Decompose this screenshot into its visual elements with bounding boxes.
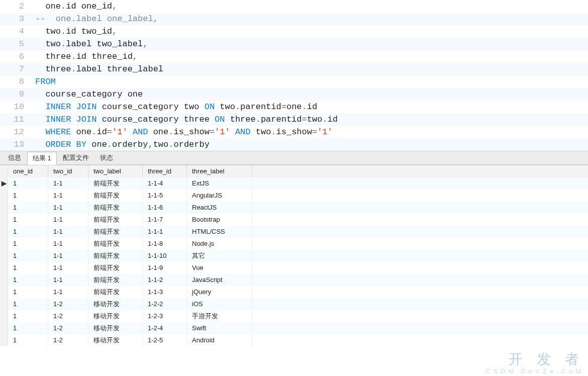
cell[interactable]: 1-1-5	[143, 190, 187, 202]
cell[interactable]: 其它	[187, 250, 252, 262]
column-header-three_id[interactable]: three_id	[143, 165, 187, 177]
table-row[interactable]: 11-1前端开发1-1-3jQuery	[0, 286, 588, 298]
cell[interactable]: 1	[8, 250, 48, 262]
code-content[interactable]: three.label three_label	[31, 63, 163, 75]
code-line[interactable]: 6 three.id three_id,	[0, 50, 588, 63]
cell[interactable]: 前端开发	[88, 190, 143, 202]
cell[interactable]: 前端开发	[88, 226, 143, 238]
cell[interactable]: 移动开发	[88, 322, 143, 334]
cell[interactable]: 1-2-3	[143, 310, 187, 322]
table-row[interactable]: 11-1前端开发1-1-8Node.js	[0, 238, 588, 250]
cell[interactable]: 前端开发	[88, 250, 143, 262]
cell[interactable]: 1-1	[48, 214, 88, 226]
tab-状态[interactable]: 状态	[95, 152, 118, 164]
code-line[interactable]: 13 ORDER BY one.orderby,two.orderby	[0, 138, 588, 151]
table-row[interactable]: 11-2移动开发1-2-3手游开发	[0, 310, 588, 322]
table-row[interactable]: 11-2移动开发1-2-2iOS	[0, 298, 588, 310]
cell[interactable]: 1-1	[48, 250, 88, 262]
cell[interactable]: 1	[8, 298, 48, 310]
cell[interactable]: Node.js	[187, 238, 252, 250]
cell[interactable]: 1-2	[48, 334, 88, 346]
cell[interactable]: 1	[8, 310, 48, 322]
cell[interactable]: 前端开发	[88, 238, 143, 250]
code-line[interactable]: 12 WHERE one.id='1' AND one.is_show='1' …	[0, 126, 588, 138]
cell[interactable]: 1-1-4	[143, 177, 187, 190]
cell[interactable]: 前端开发	[88, 202, 143, 214]
column-header-two_id[interactable]: two_id	[48, 165, 88, 177]
cell[interactable]: 1	[8, 238, 48, 250]
cell[interactable]: 1-2-5	[143, 334, 187, 346]
tab-结果 1[interactable]: 结果 1	[27, 152, 57, 165]
cell[interactable]: jQuery	[187, 286, 252, 298]
code-content[interactable]: INNER JOIN course_category three ON thre…	[31, 113, 338, 126]
cell[interactable]: 1-2-4	[143, 322, 187, 334]
cell[interactable]: 手游开发	[187, 310, 252, 322]
cell[interactable]: 移动开发	[88, 310, 143, 322]
cell[interactable]: 1	[8, 177, 48, 190]
cell[interactable]: ExtJS	[187, 177, 252, 190]
code-line[interactable]: 2 one.id one_id,	[0, 0, 588, 13]
cell[interactable]: 1-2	[48, 310, 88, 322]
table-row[interactable]: 11-2移动开发1-2-5Android	[0, 334, 588, 346]
code-content[interactable]: course_category one	[31, 88, 143, 101]
cell[interactable]: 1	[8, 226, 48, 238]
cell[interactable]: 1-1-1	[143, 226, 187, 238]
code-line[interactable]: 11 INNER JOIN course_category three ON t…	[0, 113, 588, 126]
cell[interactable]: 1	[8, 262, 48, 274]
code-content[interactable]: INNER JOIN course_category two ON two.pa…	[31, 101, 317, 113]
table-row[interactable]: 11-2移动开发1-2-4Swift	[0, 322, 588, 334]
code-content[interactable]: three.id three_id,	[31, 50, 138, 63]
code-content[interactable]: two.id two_id,	[31, 25, 117, 38]
cell[interactable]: 1-1	[48, 226, 88, 238]
cell[interactable]: 1-1	[48, 202, 88, 214]
column-header-three_label[interactable]: three_label	[187, 165, 252, 177]
cell[interactable]: 1	[8, 214, 48, 226]
tab-信息[interactable]: 信息	[3, 152, 26, 164]
cell[interactable]: Swift	[187, 322, 252, 334]
cell[interactable]: 1-1	[48, 190, 88, 202]
cell[interactable]: 1-2	[48, 322, 88, 334]
cell[interactable]: 1	[8, 190, 48, 202]
cell[interactable]: 1	[8, 286, 48, 298]
cell[interactable]: 前端开发	[88, 214, 143, 226]
table-row[interactable]: 11-1前端开发1-1-5AngularJS	[0, 190, 588, 202]
cell[interactable]: Android	[187, 334, 252, 346]
cell[interactable]: Bootstrap	[187, 214, 252, 226]
code-content[interactable]: FROM	[31, 75, 56, 88]
code-line[interactable]: 8FROM	[0, 75, 588, 88]
cell[interactable]: Vue	[187, 262, 252, 274]
cell[interactable]: 1-2-2	[143, 298, 187, 310]
code-content[interactable]: two.label two_label,	[31, 38, 148, 50]
column-header-two_label[interactable]: two_label	[88, 165, 143, 177]
cell[interactable]: AngularJS	[187, 190, 252, 202]
column-header-one_id[interactable]: one_id	[8, 165, 48, 177]
code-line[interactable]: 10 INNER JOIN course_category two ON two…	[0, 101, 588, 113]
cell[interactable]: 1-1-7	[143, 214, 187, 226]
code-content[interactable]: one.id one_id,	[31, 0, 117, 13]
code-line[interactable]: 5 two.label two_label,	[0, 38, 588, 50]
table-row[interactable]: 11-1前端开发1-1-10其它	[0, 250, 588, 262]
cell[interactable]: JavaScript	[187, 274, 252, 286]
cell[interactable]: 1-1	[48, 262, 88, 274]
tab-配置文件[interactable]: 配置文件	[58, 152, 94, 164]
cell[interactable]: 1-1-9	[143, 262, 187, 274]
cell[interactable]: 1-1	[48, 274, 88, 286]
cell[interactable]: 前端开发	[88, 274, 143, 286]
table-row[interactable]: 11-1前端开发1-1-7Bootstrap	[0, 214, 588, 226]
cell[interactable]: 1-1-6	[143, 202, 187, 214]
cell[interactable]: 1	[8, 274, 48, 286]
code-line[interactable]: 4 two.id two_id,	[0, 25, 588, 38]
table-row[interactable]: 11-1前端开发1-1-6ReactJS	[0, 202, 588, 214]
cell[interactable]: 1-1	[48, 177, 88, 190]
cell[interactable]: 1-1-8	[143, 238, 187, 250]
table-row[interactable]: 11-1前端开发1-1-2JavaScript	[0, 274, 588, 286]
cell[interactable]: 1-1	[48, 238, 88, 250]
sql-editor[interactable]: 2 one.id one_id,3-- one.label one_label,…	[0, 0, 588, 151]
cell[interactable]: 1	[8, 334, 48, 346]
cell[interactable]: 移动开发	[88, 334, 143, 346]
cell[interactable]: 1-1	[48, 286, 88, 298]
table-row[interactable]: 11-1前端开发1-1-1HTML/CSS	[0, 226, 588, 238]
cell[interactable]: 前端开发	[88, 262, 143, 274]
code-line[interactable]: 9 course_category one	[0, 88, 588, 101]
code-line[interactable]: 7 three.label three_label	[0, 63, 588, 75]
